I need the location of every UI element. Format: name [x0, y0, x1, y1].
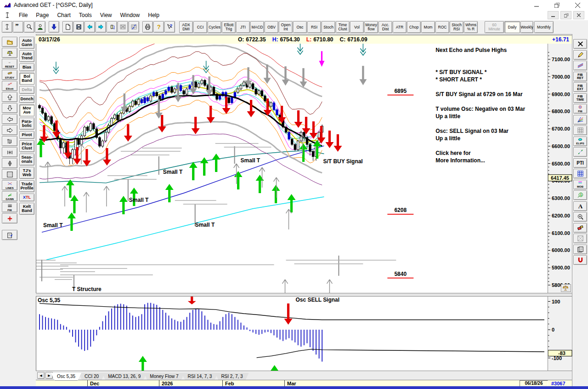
indicator-open-int-button[interactable]: OpenInt [279, 21, 293, 33]
righttool-fib-ext-button[interactable]: FIBEXT [573, 82, 587, 92]
righttool-ellipse-button[interactable]: ELIPS [573, 137, 587, 146]
righttool-pencil-button[interactable] [573, 50, 587, 60]
sidebar-study-button[interactable]: STUDY [2, 70, 17, 80]
toolbar-page-back-button[interactable] [85, 21, 95, 33]
toolbar-trader-button[interactable] [35, 21, 45, 33]
toolbar-context-help-button[interactable]: ? [164, 21, 175, 33]
oscillator-axis[interactable]: -1000100-83 [548, 297, 572, 371]
mdi-minimize-button[interactable] [548, 11, 559, 19]
sidebar-pivot-button[interactable]: Pivot [19, 131, 34, 139]
indicator-time-clust-button[interactable]: TimeClust [336, 21, 350, 33]
righttool-grid-button[interactable] [573, 126, 587, 135]
righttool-magnet-button[interactable] [573, 255, 587, 265]
indicator-roc-button[interactable]: ROC [435, 21, 449, 33]
timeframe-weekly-button[interactable]: Weekly [520, 21, 533, 33]
sidebar-mov-ave-button[interactable]: MovAve [19, 104, 34, 116]
sidebar-bias-button[interactable]: Bias [19, 63, 34, 71]
tab-osc-5-35[interactable]: Osc 5,35 [51, 373, 81, 381]
righttool-notes-button[interactable] [573, 245, 587, 254]
righttool-trend-lines-button[interactable] [573, 61, 587, 70]
menu-page[interactable]: Page [32, 11, 53, 19]
mdi-restore-button[interactable] [560, 11, 571, 19]
sidebar-tj-s-web-button[interactable]: TJ'sWeb [19, 167, 34, 179]
timeframe-60-minute-button[interactable]: 60Minute [485, 21, 504, 33]
righttool-wave-arrows-button[interactable] [573, 147, 587, 157]
righttool-blue-grid-button[interactable] [573, 169, 587, 178]
minimize-button[interactable] [526, 0, 547, 10]
indicator-money-flow-button[interactable]: Moneyflow [364, 21, 378, 33]
pane-splitter[interactable] [36, 293, 572, 297]
sidebar-elliott-button[interactable]: Elliott [2, 81, 17, 91]
righttool-zoom-in-button[interactable] [573, 212, 587, 222]
sidebar-donch-button[interactable]: Donch [19, 95, 34, 103]
toolbar-refresh-button[interactable] [107, 21, 117, 33]
menu-help[interactable]: Help [144, 11, 164, 19]
indicator-macd-button[interactable]: MACD [250, 21, 264, 33]
indicator-mom-button[interactable]: Mom [421, 21, 435, 33]
oscillator-panel[interactable]: Osc 5,35Osc SELL Signal [36, 297, 548, 371]
indicator-acc-dist-button[interactable]: Acc.Dist [379, 21, 392, 33]
sidebar-auto-trend-button[interactable]: AutoTrend [19, 50, 34, 62]
annotation-more-info-1[interactable]: Click here for [435, 150, 471, 156]
menu-tools[interactable]: Tools [75, 11, 96, 19]
sidebar-fib-button[interactable]: FIB [2, 202, 17, 212]
sidebar-bar-squeeze-button[interactable] [2, 136, 17, 146]
sidebar-gann-button[interactable]: GANN [2, 191, 17, 201]
indicator-osc-button[interactable]: Osc [293, 21, 307, 33]
indicator-stoch-rsi-button[interactable]: StochRSI [450, 21, 464, 33]
sidebar-symbols-button[interactable] [2, 48, 17, 58]
indicator-cci-button[interactable]: CCI [193, 21, 207, 33]
righttool-fib-ret-button[interactable]: FIBRET [573, 72, 587, 81]
sidebar-lines-button[interactable]: LINES [2, 180, 17, 190]
sidebar-arrow-left-button[interactable] [2, 114, 17, 124]
sidebar-trade-profile-button[interactable]: TradeProfile [19, 180, 34, 192]
close-button[interactable] [567, 0, 588, 10]
sidebar-open-folder-button[interactable] [2, 37, 17, 47]
indicator-chop-button[interactable]: Chop [407, 21, 421, 33]
toolbar-quote-page-button[interactable]: ” [13, 21, 23, 33]
menu-view[interactable]: View [96, 11, 116, 19]
menu-chart[interactable]: Chart [53, 11, 74, 19]
sidebar-auto-gann-button[interactable]: AutoGann [19, 37, 34, 49]
righttool-fib-time-button[interactable]: FIBTIME [573, 93, 587, 103]
indicator-whms-r-button[interactable]: Whms% R [464, 21, 478, 33]
sidebar-arrow-down-button[interactable] [2, 103, 17, 113]
indicator-stoch-button[interactable]: Stoch [322, 21, 335, 33]
indicator-rsi-button[interactable]: RSI [307, 21, 321, 33]
indicator-atr-button[interactable]: ATR [393, 21, 407, 33]
toolbar-page-forward-button[interactable] [96, 21, 106, 33]
indicator-jti-button[interactable]: JTI [236, 21, 250, 33]
sidebar-bar-flip-button[interactable] [2, 147, 17, 157]
indicator-adx-dmi-button[interactable]: ADXDMI [179, 21, 193, 33]
toolbar-save-button[interactable] [74, 21, 84, 33]
righttool-mob-button[interactable]: MOB [573, 180, 587, 189]
indicator-elliott-trig-button[interactable]: ElliottTrig [222, 21, 236, 33]
sidebar-grid-dots-button[interactable] [2, 169, 17, 179]
sidebar-kelt-band-button[interactable]: KeltBand [19, 203, 34, 215]
sidebar-arrow-up-button[interactable] [2, 92, 17, 102]
scale-settings-button[interactable] [561, 284, 571, 292]
sidebar-arrow-right-button[interactable] [2, 125, 17, 135]
righttool-close-chart-button[interactable] [573, 39, 587, 49]
indicator-cycles-button[interactable]: Cycles [208, 21, 221, 33]
righttool-mesh-button[interactable] [573, 234, 587, 243]
righttool-gann-fan-button[interactable] [573, 115, 587, 125]
righttool-eraser-button[interactable] [573, 223, 587, 233]
menu-file[interactable]: File [15, 11, 32, 19]
sidebar-bol-band-button[interactable]: BolBand [19, 73, 34, 85]
indicator-vol-button[interactable]: Vol [350, 21, 364, 33]
toolbar-print-button[interactable] [142, 21, 153, 33]
mdi-close-button[interactable] [573, 11, 584, 19]
righttool-text-tool-button[interactable]: A [573, 201, 587, 211]
main-chart[interactable]: 689562085840Next Echo and Pulse Highs* S… [36, 44, 548, 293]
toolbar-apply-study-button[interactable] [129, 21, 139, 33]
sidebar-bar-compress-button[interactable] [2, 158, 17, 168]
toolbar-new-chart-button[interactable] [62, 21, 73, 33]
sidebar-xtl-button[interactable]: XTL [19, 194, 34, 201]
tab-scroll-left-button[interactable]: ◀ [37, 372, 45, 379]
sidebar-notepad-button[interactable] [2, 230, 17, 240]
toolbar-clamp-button[interactable] [2, 21, 12, 33]
timeframe-monthly-button[interactable]: Monthly [534, 21, 554, 33]
timeframe-daily-button[interactable]: Daily [504, 21, 520, 33]
toolbar-delete-study-button[interactable] [118, 21, 128, 33]
